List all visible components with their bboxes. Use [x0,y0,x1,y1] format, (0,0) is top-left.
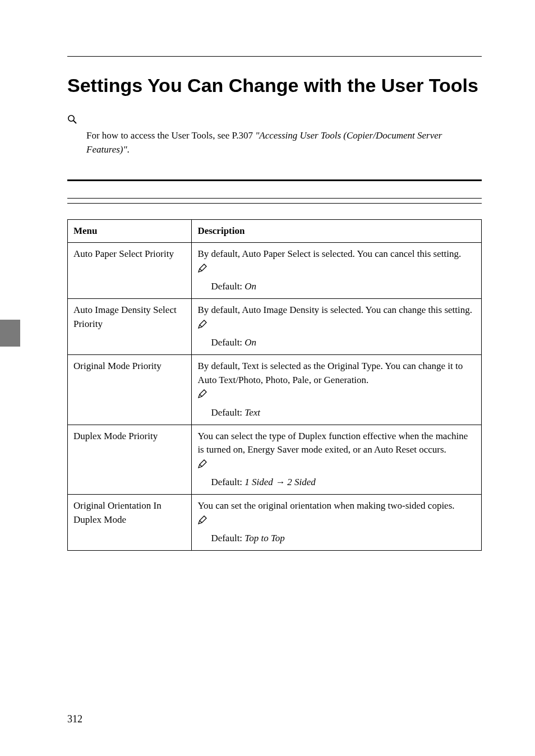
svg-point-0 [68,115,74,121]
table-row: Duplex Mode Priority You can select the … [68,425,482,495]
page-number: 312 [67,713,82,725]
default-prefix: Default: [211,337,245,348]
menu-cell: Original Mode Priority [68,354,192,425]
desc-text: You can set the original orientation whe… [197,499,476,513]
default-line: Default: On [197,336,476,350]
search-icon [67,114,482,127]
pencil-icon [197,389,207,404]
table-row: Auto Image Density Select Priority By de… [68,299,482,355]
menu-cell: Duplex Mode Priority [68,425,192,495]
svg-line-1 [73,121,76,123]
desc-text: By default, Auto Image Density is select… [197,303,476,317]
default-prefix: Default: [211,281,245,292]
page-title: Settings You Can Change with the User To… [67,73,482,98]
pencil-icon [197,320,207,334]
settings-table: Menu Description Auto Paper Select Prior… [67,219,482,551]
pencil-icon [197,515,207,530]
desc-cell: By default, Auto Image Density is select… [192,299,482,355]
thin-rule [67,203,482,204]
pencil-icon [197,264,207,278]
default-prefix: Default: [211,477,245,487]
menu-cell: Original Orientation In Duplex Mode [68,495,192,551]
desc-text: By default, Text is selected as the Orig… [197,359,476,387]
pencil-icon [197,459,207,474]
default-line: Default: On [197,280,476,294]
table-header-description: Description [192,219,482,243]
menu-cell: Auto Paper Select Priority [68,243,192,299]
menu-cell: Auto Image Density Select Priority [68,299,192,355]
ref-lead: For how to access the User Tools, see [86,130,232,141]
desc-text: By default, Auto Paper Select is selecte… [197,247,476,261]
default-prefix: Default: [211,407,245,418]
medium-rule [67,198,482,199]
ref-tail: . [127,144,130,155]
default-value: Text [245,407,260,418]
table-header-menu: Menu [68,219,192,243]
default-prefix: Default: [211,533,245,543]
default-line: Default: 1 Sided → 2 Sided [197,476,476,490]
default-value: On [245,337,256,348]
thick-rule [67,179,482,181]
default-line: Default: Top to Top [197,532,476,546]
reference-block: For how to access the User Tools, see P.… [67,114,482,157]
desc-cell: You can set the original orientation whe… [192,495,482,551]
default-value: 1 Sided → 2 Sided [245,477,316,487]
default-value: On [245,281,256,292]
ref-page-ref: P.307 [232,130,256,141]
table-row: Original Mode Priority By default, Text … [68,354,482,425]
table-row: Original Orientation In Duplex Mode You … [68,495,482,551]
desc-cell: By default, Auto Paper Select is selecte… [192,243,482,299]
table-row: Auto Paper Select Priority By default, A… [68,243,482,299]
desc-text: You can select the type of Duplex functi… [197,430,476,457]
default-line: Default: Text [197,406,476,420]
desc-cell: You can select the type of Duplex functi… [192,425,482,495]
reference-text: For how to access the User Tools, see P.… [67,128,482,157]
default-value: Top to Top [245,533,285,543]
side-tab [0,320,20,347]
title-top-rule [67,56,482,57]
desc-cell: By default, Text is selected as the Orig… [192,354,482,425]
